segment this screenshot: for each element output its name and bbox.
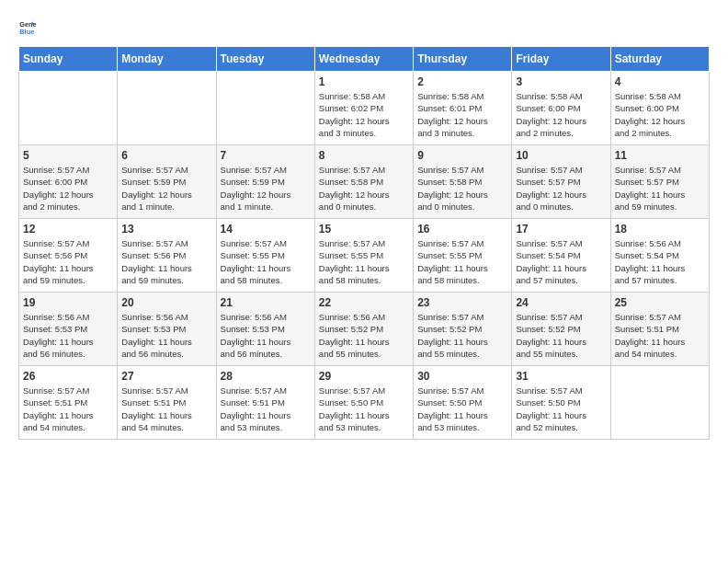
day-number: 13	[121, 223, 211, 236]
day-info: Sunrise: 5:57 AM Sunset: 5:58 PM Dayligh…	[319, 164, 409, 213]
calendar-cell: 18Sunrise: 5:56 AM Sunset: 5:54 PM Dayli…	[610, 219, 709, 293]
calendar-cell: 20Sunrise: 5:56 AM Sunset: 5:53 PM Dayli…	[118, 293, 216, 366]
day-info: Sunrise: 5:57 AM Sunset: 5:56 PM Dayligh…	[23, 237, 113, 286]
calendar-cell: 31Sunrise: 5:57 AM Sunset: 5:50 PM Dayli…	[512, 366, 610, 440]
day-info: Sunrise: 5:57 AM Sunset: 5:50 PM Dayligh…	[319, 385, 409, 433]
header: General Blue	[18, 18, 710, 37]
calendar-cell: 23Sunrise: 5:57 AM Sunset: 5:52 PM Dayli…	[414, 293, 512, 366]
day-info: Sunrise: 5:57 AM Sunset: 5:54 PM Dayligh…	[516, 237, 606, 286]
day-number: 10	[516, 149, 606, 162]
day-number: 5	[23, 149, 113, 162]
calendar-body: 1Sunrise: 5:58 AM Sunset: 6:02 PM Daylig…	[19, 72, 710, 440]
calendar-cell: 1Sunrise: 5:58 AM Sunset: 6:02 PM Daylig…	[314, 72, 413, 145]
calendar-week-row: 26Sunrise: 5:57 AM Sunset: 5:51 PM Dayli…	[19, 366, 710, 440]
calendar-week-row: 5Sunrise: 5:57 AM Sunset: 6:00 PM Daylig…	[19, 145, 710, 219]
calendar-cell: 6Sunrise: 5:57 AM Sunset: 5:59 PM Daylig…	[118, 145, 216, 219]
day-info: Sunrise: 5:57 AM Sunset: 5:51 PM Dayligh…	[615, 311, 705, 360]
calendar-cell: 29Sunrise: 5:57 AM Sunset: 5:50 PM Dayli…	[314, 366, 413, 440]
day-info: Sunrise: 5:57 AM Sunset: 5:50 PM Dayligh…	[417, 385, 507, 433]
day-info: Sunrise: 5:57 AM Sunset: 5:52 PM Dayligh…	[516, 311, 606, 360]
day-info: Sunrise: 5:57 AM Sunset: 5:57 PM Dayligh…	[516, 164, 606, 213]
calendar-cell: 14Sunrise: 5:57 AM Sunset: 5:55 PM Dayli…	[216, 219, 314, 293]
weekday-header-row: SundayMondayTuesdayWednesdayThursdayFrid…	[19, 47, 710, 72]
day-number: 24	[516, 296, 606, 309]
day-number: 3	[516, 75, 606, 88]
day-number: 2	[417, 75, 507, 88]
day-number: 7	[221, 149, 311, 162]
day-info: Sunrise: 5:56 AM Sunset: 5:53 PM Dayligh…	[23, 311, 113, 360]
calendar-cell: 27Sunrise: 5:57 AM Sunset: 5:51 PM Dayli…	[118, 366, 216, 440]
calendar-cell: 8Sunrise: 5:57 AM Sunset: 5:58 PM Daylig…	[314, 145, 413, 219]
day-info: Sunrise: 5:57 AM Sunset: 5:57 PM Dayligh…	[615, 164, 705, 213]
calendar-cell: 12Sunrise: 5:57 AM Sunset: 5:56 PM Dayli…	[19, 219, 118, 293]
weekday-header-tuesday: Tuesday	[216, 47, 314, 72]
day-info: Sunrise: 5:56 AM Sunset: 5:53 PM Dayligh…	[221, 311, 311, 360]
day-number: 11	[615, 149, 705, 162]
calendar-cell	[19, 72, 118, 145]
day-info: Sunrise: 5:56 AM Sunset: 5:52 PM Dayligh…	[319, 311, 409, 360]
day-info: Sunrise: 5:57 AM Sunset: 5:59 PM Dayligh…	[121, 164, 211, 213]
day-info: Sunrise: 5:57 AM Sunset: 5:59 PM Dayligh…	[221, 164, 311, 213]
logo-icon: General Blue	[18, 18, 37, 37]
day-info: Sunrise: 5:57 AM Sunset: 5:58 PM Dayligh…	[417, 164, 507, 213]
day-info: Sunrise: 5:58 AM Sunset: 6:00 PM Dayligh…	[516, 90, 606, 139]
day-info: Sunrise: 5:57 AM Sunset: 5:51 PM Dayligh…	[23, 385, 113, 433]
day-number: 27	[121, 370, 211, 383]
calendar-cell: 21Sunrise: 5:56 AM Sunset: 5:53 PM Dayli…	[216, 293, 314, 366]
calendar-cell: 2Sunrise: 5:58 AM Sunset: 6:01 PM Daylig…	[414, 72, 512, 145]
day-info: Sunrise: 5:56 AM Sunset: 5:53 PM Dayligh…	[121, 311, 211, 360]
day-info: Sunrise: 5:57 AM Sunset: 5:51 PM Dayligh…	[121, 385, 211, 433]
day-info: Sunrise: 5:58 AM Sunset: 6:02 PM Dayligh…	[319, 90, 409, 139]
day-number: 31	[516, 370, 606, 383]
day-info: Sunrise: 5:57 AM Sunset: 5:55 PM Dayligh…	[319, 237, 409, 286]
calendar-cell: 25Sunrise: 5:57 AM Sunset: 5:51 PM Dayli…	[610, 293, 709, 366]
day-number: 25	[615, 296, 705, 309]
day-number: 12	[23, 223, 113, 236]
day-info: Sunrise: 5:58 AM Sunset: 6:00 PM Dayligh…	[615, 90, 705, 139]
day-number: 19	[23, 296, 113, 309]
calendar-cell: 24Sunrise: 5:57 AM Sunset: 5:52 PM Dayli…	[512, 293, 610, 366]
day-info: Sunrise: 5:56 AM Sunset: 5:54 PM Dayligh…	[615, 237, 705, 286]
calendar-cell: 15Sunrise: 5:57 AM Sunset: 5:55 PM Dayli…	[314, 219, 413, 293]
day-info: Sunrise: 5:57 AM Sunset: 5:56 PM Dayligh…	[121, 237, 211, 286]
calendar-cell: 13Sunrise: 5:57 AM Sunset: 5:56 PM Dayli…	[118, 219, 216, 293]
logo: General Blue	[18, 18, 40, 37]
day-number: 14	[221, 223, 311, 236]
day-number: 4	[615, 75, 705, 88]
calendar-cell: 10Sunrise: 5:57 AM Sunset: 5:57 PM Dayli…	[512, 145, 610, 219]
day-number: 15	[319, 223, 409, 236]
calendar-cell: 3Sunrise: 5:58 AM Sunset: 6:00 PM Daylig…	[512, 72, 610, 145]
weekday-header-saturday: Saturday	[610, 47, 709, 72]
calendar-cell: 30Sunrise: 5:57 AM Sunset: 5:50 PM Dayli…	[414, 366, 512, 440]
day-number: 17	[516, 223, 606, 236]
day-number: 29	[319, 370, 409, 383]
calendar-cell: 17Sunrise: 5:57 AM Sunset: 5:54 PM Dayli…	[512, 219, 610, 293]
day-number: 21	[221, 296, 311, 309]
calendar-cell: 19Sunrise: 5:56 AM Sunset: 5:53 PM Dayli…	[19, 293, 118, 366]
day-info: Sunrise: 5:58 AM Sunset: 6:01 PM Dayligh…	[417, 90, 507, 139]
day-number: 9	[417, 149, 507, 162]
calendar-table: SundayMondayTuesdayWednesdayThursdayFrid…	[18, 46, 710, 440]
day-info: Sunrise: 5:57 AM Sunset: 5:55 PM Dayligh…	[221, 237, 311, 286]
calendar-week-row: 1Sunrise: 5:58 AM Sunset: 6:02 PM Daylig…	[19, 72, 710, 145]
weekday-header-thursday: Thursday	[414, 47, 512, 72]
day-number: 18	[615, 223, 705, 236]
calendar-cell: 28Sunrise: 5:57 AM Sunset: 5:51 PM Dayli…	[216, 366, 314, 440]
calendar-cell: 16Sunrise: 5:57 AM Sunset: 5:55 PM Dayli…	[414, 219, 512, 293]
day-number: 6	[121, 149, 211, 162]
calendar-cell: 22Sunrise: 5:56 AM Sunset: 5:52 PM Dayli…	[314, 293, 413, 366]
calendar-cell	[118, 72, 216, 145]
day-info: Sunrise: 5:57 AM Sunset: 5:51 PM Dayligh…	[221, 385, 311, 433]
day-info: Sunrise: 5:57 AM Sunset: 5:50 PM Dayligh…	[516, 385, 606, 433]
weekday-header-wednesday: Wednesday	[314, 47, 413, 72]
calendar-cell	[610, 366, 709, 440]
day-number: 16	[417, 223, 507, 236]
calendar-week-row: 12Sunrise: 5:57 AM Sunset: 5:56 PM Dayli…	[19, 219, 710, 293]
day-number: 30	[417, 370, 507, 383]
calendar-cell: 9Sunrise: 5:57 AM Sunset: 5:58 PM Daylig…	[414, 145, 512, 219]
day-number: 23	[417, 296, 507, 309]
calendar-cell: 4Sunrise: 5:58 AM Sunset: 6:00 PM Daylig…	[610, 72, 709, 145]
day-info: Sunrise: 5:57 AM Sunset: 6:00 PM Dayligh…	[23, 164, 113, 213]
day-number: 1	[319, 75, 409, 88]
day-number: 8	[319, 149, 409, 162]
